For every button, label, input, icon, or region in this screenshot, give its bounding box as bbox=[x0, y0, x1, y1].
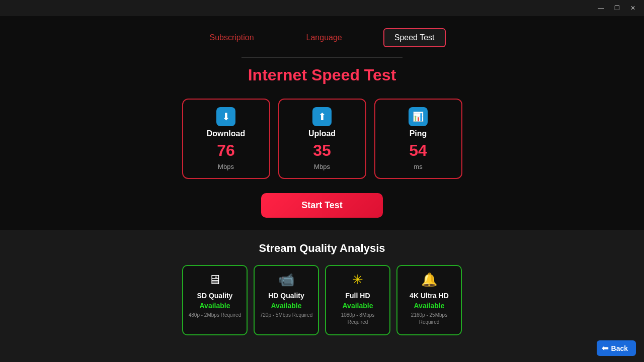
ping-label: Ping bbox=[410, 129, 427, 138]
4k-status: Available bbox=[414, 302, 445, 310]
speed-cards: ⬇ Download 76 Mbps ⬆ Upload 35 Mbps 📊 Pi… bbox=[182, 99, 462, 179]
sd-requirement: 480p - 2Mbps Required bbox=[189, 312, 242, 319]
back-button[interactable]: ⬅ Back bbox=[597, 340, 636, 356]
divider bbox=[242, 57, 403, 58]
fullhd-requirement: 1080p - 8Mbps Required bbox=[330, 312, 385, 326]
download-value: 76 bbox=[217, 141, 235, 160]
ping-unit: ms bbox=[414, 163, 422, 170]
download-icon: ⬇ bbox=[216, 107, 235, 126]
back-arrow-icon: ⬅ bbox=[602, 343, 608, 353]
download-card: ⬇ Download 76 Mbps bbox=[182, 99, 270, 179]
upload-label: Upload bbox=[308, 129, 336, 138]
hd-icon: 📹 bbox=[278, 272, 294, 288]
upload-value: 35 bbox=[313, 141, 331, 160]
sd-status: Available bbox=[200, 302, 230, 310]
tab-language[interactable]: Language bbox=[295, 28, 353, 47]
start-test-button[interactable]: Start Test bbox=[261, 193, 383, 218]
4k-requirement: 2160p - 25Mbps Required bbox=[401, 312, 457, 326]
hd-status: Available bbox=[271, 302, 302, 310]
upload-card: ⬆ Upload 35 Mbps bbox=[278, 99, 366, 179]
page-title: Internet Speed Test bbox=[248, 66, 396, 84]
hd-name: HD Quality bbox=[268, 292, 304, 300]
download-unit: Mbps bbox=[218, 163, 234, 170]
quality-cards: 🖥 SD Quality Available 480p - 2Mbps Requ… bbox=[182, 265, 462, 335]
4k-icon: 🔔 bbox=[421, 272, 437, 288]
download-label: Download bbox=[207, 129, 245, 138]
upload-icon: ⬆ bbox=[312, 107, 332, 126]
fullhd-status: Available bbox=[343, 302, 373, 310]
title-bar: — ❐ ✕ bbox=[0, 0, 644, 16]
back-label: Back bbox=[611, 344, 628, 352]
quality-section-title: Stream Quality Analysis bbox=[259, 242, 385, 255]
sd-quality-card: 🖥 SD Quality Available 480p - 2Mbps Requ… bbox=[182, 265, 248, 335]
tab-subscription[interactable]: Subscription bbox=[199, 28, 265, 47]
fullhd-name: Full HD bbox=[346, 292, 370, 300]
close-button[interactable]: ✕ bbox=[626, 3, 640, 13]
ping-card: 📊 Ping 54 ms bbox=[374, 99, 462, 179]
hd-requirement: 720p - 5Mbps Required bbox=[260, 312, 313, 319]
tab-speedtest[interactable]: Speed Test bbox=[383, 28, 446, 47]
maximize-button[interactable]: ❐ bbox=[610, 3, 624, 13]
4k-quality-card: 🔔 4K Ultra HD Available 2160p - 25Mbps R… bbox=[396, 265, 462, 335]
sd-icon: 🖥 bbox=[208, 272, 221, 288]
hd-quality-card: 📹 HD Quality Available 720p - 5Mbps Requ… bbox=[254, 265, 319, 335]
nav-tabs: Subscription Language Speed Test bbox=[199, 28, 446, 47]
upload-unit: Mbps bbox=[314, 163, 330, 170]
ping-value: 54 bbox=[409, 141, 427, 160]
quality-section: Stream Quality Analysis 🖥 SD Quality Ava… bbox=[0, 230, 644, 362]
main-content: Subscription Language Speed Test Interne… bbox=[0, 16, 644, 362]
sd-name: SD Quality bbox=[197, 292, 233, 300]
ping-icon: 📊 bbox=[409, 107, 428, 126]
fullhd-quality-card: ✳ Full HD Available 1080p - 8Mbps Requir… bbox=[325, 265, 390, 335]
minimize-button[interactable]: — bbox=[594, 3, 608, 13]
4k-name: 4K Ultra HD bbox=[410, 292, 449, 300]
fullhd-icon: ✳ bbox=[352, 272, 363, 288]
